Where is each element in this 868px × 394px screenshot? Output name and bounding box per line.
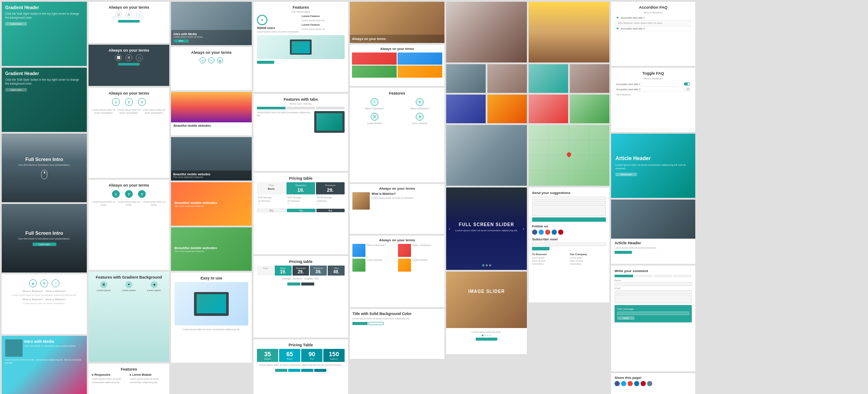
dot-3[interactable]: [489, 264, 491, 266]
slider-dot-1[interactable]: [482, 335, 483, 336]
p3-btn-2[interactable]: [288, 369, 300, 372]
article-comment-input[interactable]: [615, 295, 692, 303]
slider-prev-btn[interactable]: ‹: [449, 227, 450, 231]
article-email-input[interactable]: [615, 290, 692, 294]
article-header-teal-btn[interactable]: Read more: [615, 173, 637, 176]
share-more-icon[interactable]: [647, 381, 652, 386]
icon-tablet-dark: ⊞: [125, 54, 132, 61]
google-plus-icon[interactable]: [545, 230, 550, 235]
step-circle-2: 2: [125, 190, 133, 198]
col-photo-1: [529, 64, 568, 93]
buy-basic-btn[interactable]: Buy: [257, 209, 286, 212]
tab-2[interactable]: [286, 107, 315, 109]
share-pin-icon[interactable]: [641, 381, 646, 386]
sunset-bg: [171, 92, 252, 122]
features-btn[interactable]: [257, 61, 274, 64]
photo-grid-4: [398, 66, 442, 78]
beautiful-mobile-3-title: Beautiful mobile websites: [174, 201, 248, 205]
footer-col-1-title: To Discover: [532, 253, 568, 256]
beautiful-mobile-1-title: Beautiful mobile websites: [174, 124, 249, 127]
always-terms-steps-1: Always on your terms 1 2 3 Lorem ipsum d…: [89, 88, 169, 178]
toggle-faq-sub: What is Mobirise?: [615, 77, 692, 80]
article-tab-2[interactable]: [634, 275, 653, 277]
toggle-switch-1[interactable]: [684, 82, 690, 85]
article-name-input[interactable]: [615, 282, 692, 286]
fullscreen-intro-2-btn[interactable]: Learn more: [33, 243, 56, 246]
footer-col-2: Our Company Lorem ipsumDolor sit ametCon…: [570, 253, 606, 266]
solid-btn-2[interactable]: [368, 322, 384, 325]
features-gradient-card: Features with Gradient Background ⊞ Lore…: [89, 272, 169, 362]
small-photo-1: [446, 64, 486, 93]
team-photo-1: [352, 244, 365, 257]
step-circle-1: 1: [112, 190, 120, 198]
p2-premium: Premium 39.: [310, 266, 327, 276]
twitter-icon[interactable]: [539, 230, 544, 235]
team-item-2: What is Mobirise?: [398, 244, 442, 257]
photo-grid-3: [352, 66, 397, 78]
message-input[interactable]: [532, 205, 606, 216]
share-gp-icon[interactable]: [628, 381, 633, 386]
article-teal-section: Your message Send: [615, 305, 692, 322]
article-teal-input[interactable]: [617, 312, 689, 315]
slider-btn[interactable]: [476, 338, 497, 341]
article-tab-3[interactable]: [654, 275, 672, 277]
p3-btn-3[interactable]: [301, 369, 313, 372]
send-btn[interactable]: [532, 217, 606, 222]
accordion-item-2[interactable]: Accordion item title 2: [615, 26, 692, 31]
subscribe-btn[interactable]: [532, 247, 549, 250]
linkedin-icon[interactable]: [552, 230, 557, 235]
dot-1[interactable]: [482, 264, 484, 266]
features-list-title: Features: [353, 91, 441, 95]
share-tw-icon[interactable]: [621, 381, 626, 386]
p3-btn-1[interactable]: [275, 369, 287, 372]
intro-photo-1-btn[interactable]: More: [174, 39, 189, 43]
slider-next-btn[interactable]: ›: [523, 227, 524, 231]
toggle-item-2[interactable]: Accordion item title 2: [615, 87, 692, 92]
solid-btn-1[interactable]: [352, 322, 368, 325]
buy-standard-btn[interactable]: Buy: [287, 209, 315, 212]
share-fb-icon[interactable]: [615, 381, 620, 386]
map-card: [529, 125, 609, 186]
buy-premium-btn[interactable]: Buy: [316, 209, 345, 212]
p3-btn-4[interactable]: [314, 369, 326, 372]
article-tab-4[interactable]: [673, 275, 692, 277]
always-terms-steps-2: Always on your terms 1 2 3 Lorem ipsum d…: [89, 180, 169, 270]
fullscreen-intro-1-card: Full Screen Intro Use this block to intr…: [2, 134, 87, 202]
email-input[interactable]: [532, 201, 606, 204]
article-tab-1[interactable]: [615, 275, 633, 277]
tab-3[interactable]: [316, 107, 345, 109]
always-icon-row: Always on your terms ⊞ ⊡ ▦: [171, 47, 252, 90]
gradient-header-1-btn[interactable]: Learn more: [5, 22, 27, 26]
article-photo-bg: [611, 200, 695, 239]
slider-dot-3[interactable]: [487, 335, 489, 336]
feat-text-3: Lorem ipsum: [142, 289, 166, 292]
beautiful-mobile-2-sub: The most important features: [173, 176, 250, 178]
slider-dots-2: [450, 335, 523, 336]
p2-buy-2[interactable]: [301, 282, 314, 286]
fullscreen-intro-2-card: Full Screen Intro Use this block to intr…: [2, 204, 87, 273]
article-header-teal-card: Article Header Lorem ipsum dolor sit ame…: [611, 134, 695, 198]
toggle-label-1: Accordion item title 1: [616, 83, 641, 85]
toggle-item-1[interactable]: Accordion item title 1: [615, 82, 692, 87]
share-li-icon[interactable]: [634, 381, 639, 386]
article-header-2-btn[interactable]: [615, 251, 632, 254]
article-teal-btn[interactable]: Send: [617, 316, 635, 320]
always-4photos: Always on your terms: [350, 45, 444, 86]
accordion-item-1[interactable]: Accordion item title 1: [615, 16, 692, 20]
warm-arch-bg: [529, 2, 609, 62]
tab-1[interactable]: [257, 107, 286, 109]
toggle-switch-2[interactable]: [684, 88, 690, 91]
accordion-label-2: Accordion item title 2: [621, 27, 645, 30]
subscribe-email-input[interactable]: [532, 243, 606, 246]
p2-buy-1[interactable]: [287, 282, 300, 286]
pinterest-icon[interactable]: [558, 230, 563, 235]
features-top-card: Features Our advantages ✦ 500000 Users L…: [253, 2, 348, 92]
dot-2[interactable]: [486, 264, 488, 266]
device-preview: [290, 39, 312, 55]
name-input[interactable]: [532, 197, 606, 200]
facebook-icon[interactable]: [532, 230, 537, 235]
slider-dot-4[interactable]: [490, 335, 491, 336]
slider-dot-2[interactable]: [484, 335, 486, 336]
slider-dots: [482, 264, 491, 266]
gradient-header-2-btn[interactable]: Learn more: [5, 88, 27, 92]
